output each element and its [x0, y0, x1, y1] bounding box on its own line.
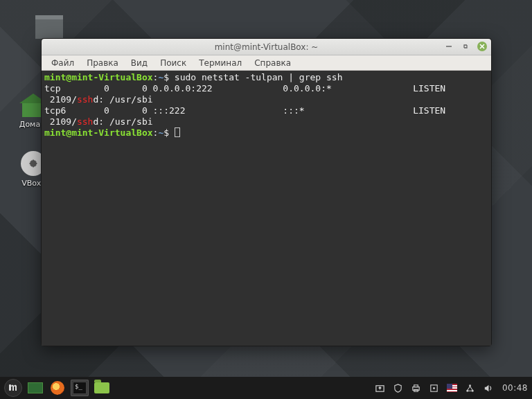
window-title: mint@mint-VirtualBox: ~ — [215, 42, 319, 52]
output-line: d: /usr/sbi — [93, 94, 152, 105]
cursor — [175, 127, 180, 137]
clock[interactable]: 00:48 — [502, 383, 528, 393]
removable-media-icon[interactable] — [429, 383, 439, 393]
computer-icon — [35, 15, 63, 39]
menubar: Файл Правка Вид Поиск Терминал Справка — [42, 55, 491, 71]
volume-icon[interactable] — [483, 383, 493, 393]
menu-terminal[interactable]: Терминал — [193, 57, 247, 69]
terminal-body[interactable]: mint@mint-VirtualBox:~$ sudo netstat -tu… — [42, 71, 491, 346]
command-text: sudo netstat -tulpan | grep ssh — [175, 72, 343, 82]
output-line: d: /usr/sbi — [93, 116, 152, 127]
menu-help[interactable]: Справка — [249, 57, 296, 69]
terminal-window: mint@mint-VirtualBox: ~ Файл Правка Вид … — [41, 38, 492, 346]
svg-point-9 — [433, 387, 435, 389]
files-launcher[interactable] — [93, 380, 111, 396]
output-line: tcp 0 0 0.0.0.0:222 0.0.0.0:* LISTEN — [44, 83, 472, 94]
updates-icon[interactable] — [375, 383, 385, 393]
network-icon[interactable] — [465, 383, 475, 393]
menu-view[interactable]: Вид — [125, 57, 153, 69]
menu-edit[interactable]: Правка — [81, 57, 124, 69]
show-desktop-button[interactable] — [26, 380, 44, 396]
prompt-char: $ — [163, 72, 169, 82]
taskbar: 00:48 — [0, 377, 532, 399]
maximize-button[interactable] — [461, 42, 470, 51]
close-button[interactable] — [477, 42, 487, 51]
us-flag-icon — [447, 384, 457, 392]
terminal-launcher[interactable] — [71, 380, 89, 396]
svg-rect-6 — [414, 384, 418, 387]
desktop-icon — [28, 382, 43, 393]
folder-icon — [94, 382, 109, 393]
firefox-icon — [51, 381, 64, 395]
prompt-char: $ — [163, 127, 169, 138]
minimize-button[interactable] — [444, 42, 454, 51]
mint-logo-icon — [8, 382, 19, 393]
menu-search[interactable]: Поиск — [154, 57, 192, 69]
output-match: ssh — [77, 94, 93, 105]
svg-rect-3 — [9, 384, 11, 391]
output-line: 2109/ — [44, 116, 77, 127]
output-line: 2109/ — [44, 94, 77, 105]
prompt-user: mint@mint-VirtualBox — [44, 72, 153, 82]
terminal-icon — [73, 382, 87, 394]
keyboard-layout-indicator[interactable] — [447, 383, 457, 393]
window-controls — [444, 42, 487, 51]
output-match: ssh — [77, 116, 93, 127]
firefox-launcher[interactable] — [48, 380, 66, 396]
printer-icon[interactable] — [411, 383, 421, 393]
menu-file[interactable]: Файл — [46, 57, 80, 69]
start-menu-button[interactable] — [4, 379, 22, 397]
system-tray: 00:48 — [375, 383, 528, 393]
output-line: tcp6 0 0 :::222 :::* LISTEN — [44, 105, 472, 116]
titlebar[interactable]: mint@mint-VirtualBox: ~ — [42, 39, 491, 55]
shield-icon[interactable] — [393, 383, 403, 393]
prompt-user: mint@mint-VirtualBox — [44, 127, 153, 138]
